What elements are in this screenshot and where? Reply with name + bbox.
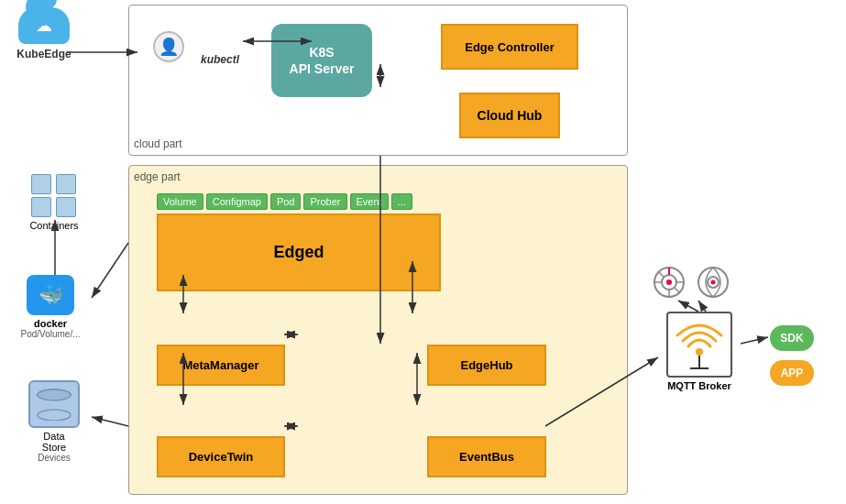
edged-docker-arrow bbox=[92, 243, 128, 298]
devicetwin-datastore-arrow bbox=[92, 417, 128, 426]
container-cell bbox=[56, 174, 76, 194]
meta-manager-box: MetaManager bbox=[157, 345, 285, 386]
edge-controller-label: Edge Controller bbox=[465, 40, 555, 54]
mqtt-svg bbox=[672, 317, 727, 372]
cloud-part-label: cloud part bbox=[134, 137, 182, 150]
datastore-label: Data Store bbox=[42, 431, 66, 453]
pill-pod: Pod bbox=[270, 193, 302, 210]
pill-more: ... bbox=[391, 193, 412, 210]
k8s-api-server-box: K8SAPI Server bbox=[271, 24, 372, 97]
edge-controller-box: Edge Controller bbox=[441, 24, 578, 70]
container-cell bbox=[31, 174, 51, 194]
meta-manager-label: MetaManager bbox=[182, 358, 258, 372]
edge-part-box: edge part Volume Configmap Pod Prober Ev… bbox=[128, 165, 628, 495]
svg-line-11 bbox=[658, 271, 664, 277]
kubeedge-logo: ☁ KubeEdge bbox=[7, 7, 81, 60]
pill-event: Event bbox=[350, 193, 389, 210]
datastore-group: Data Store Devices bbox=[13, 380, 95, 463]
sensor-1-icon bbox=[651, 264, 687, 301]
svg-point-15 bbox=[711, 280, 716, 285]
cloud-hub-label: Cloud Hub bbox=[478, 108, 543, 123]
datastore-svg bbox=[36, 388, 72, 421]
docker-icon: 🐳 bbox=[27, 275, 74, 315]
edged-area: Volume Configmap Pod Prober Event ... Ed… bbox=[157, 193, 441, 303]
device-twin-box: DeviceTwin bbox=[157, 436, 285, 477]
event-bus-label: EventBus bbox=[459, 450, 514, 464]
containers-label: Containers bbox=[29, 220, 78, 231]
sensor-2-icon bbox=[695, 264, 731, 301]
edged-label: Edged bbox=[273, 243, 324, 262]
pod-volume-label: Pod/Volume/... bbox=[20, 329, 80, 339]
user-icon: 👤 bbox=[146, 31, 192, 82]
user-avatar: 👤 bbox=[153, 31, 184, 62]
containers-grid bbox=[31, 174, 77, 217]
cloud-part-box: cloud part 👤 kubectl K8SAPI Server Edge … bbox=[128, 5, 628, 156]
svg-point-6 bbox=[666, 279, 672, 285]
container-cell bbox=[56, 197, 76, 217]
datastore-icon bbox=[28, 380, 80, 428]
mqtt-sensor-arrow bbox=[678, 301, 698, 312]
mqtt-label: MQTT Broker bbox=[667, 380, 731, 391]
pill-prober: Prober bbox=[303, 193, 346, 210]
edged-pills: Volume Configmap Pod Prober Event ... bbox=[157, 193, 441, 210]
cloud-icon-inner: ☁ bbox=[36, 16, 52, 36]
kubeedge-label: KubeEdge bbox=[16, 48, 71, 60]
mqtt-group: MQTT Broker bbox=[658, 312, 741, 391]
edged-box: Edged bbox=[157, 214, 441, 291]
sensor-group bbox=[651, 264, 731, 301]
svg-point-16 bbox=[696, 348, 703, 356]
container-cell bbox=[31, 197, 51, 217]
docker-label: docker bbox=[34, 318, 67, 329]
svg-line-12 bbox=[675, 288, 680, 293]
docker-group: 🐳 docker Pod/Volume/... bbox=[9, 275, 92, 339]
pill-configmap: Configmap bbox=[206, 193, 268, 210]
event-bus-box: EventBus bbox=[427, 436, 546, 477]
sdk-badge: SDK bbox=[770, 325, 814, 351]
cloud-hub-box: Cloud Hub bbox=[459, 93, 560, 138]
k8s-label: K8SAPI Server bbox=[290, 44, 355, 77]
containers-group: Containers bbox=[13, 174, 95, 231]
svg-point-2 bbox=[38, 410, 71, 421]
devices-label: Devices bbox=[38, 453, 71, 463]
kubeedge-cloud-icon: ☁ bbox=[18, 7, 70, 44]
kubectl-label: kubectl bbox=[201, 53, 239, 66]
mqtt-sensor2-arrow bbox=[698, 301, 706, 312]
app-badge: APP bbox=[770, 360, 814, 386]
sdk-label: SDK bbox=[780, 332, 803, 345]
edge-hub-box: EdgeHub bbox=[427, 345, 546, 386]
mqtt-icon bbox=[666, 312, 732, 378]
edge-part-label: edge part bbox=[134, 170, 181, 183]
mqtt-sdk-arrow bbox=[741, 337, 768, 344]
edge-hub-label: EdgeHub bbox=[460, 358, 512, 372]
svg-point-3 bbox=[38, 389, 71, 400]
device-twin-label: DeviceTwin bbox=[189, 450, 254, 464]
pill-volume: Volume bbox=[157, 193, 203, 210]
app-label: APP bbox=[781, 367, 804, 379]
